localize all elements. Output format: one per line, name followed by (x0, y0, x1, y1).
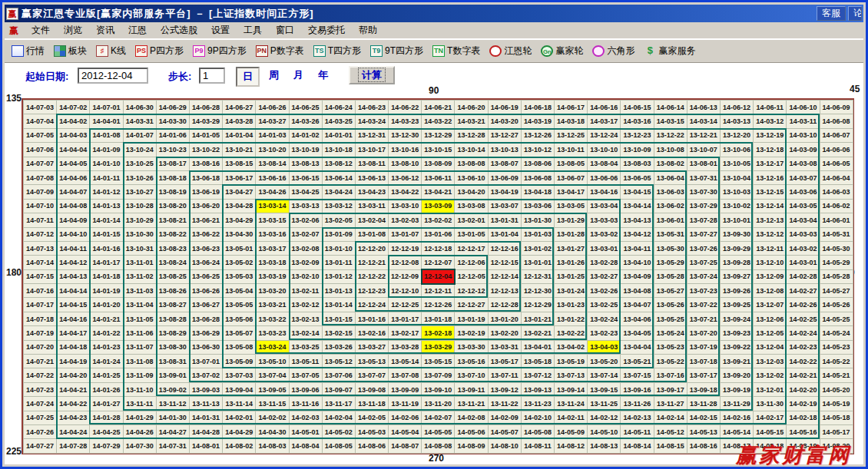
date-cell[interactable]: 12-12-29 (521, 298, 554, 312)
toolbar-button-hexagon[interactable]: 六角形 (588, 42, 640, 60)
date-cell[interactable]: 13-12-05 (754, 326, 787, 340)
date-cell[interactable]: 13-04-24 (322, 185, 355, 199)
date-cell[interactable]: 13-06-17 (223, 170, 256, 184)
date-cell[interactable]: 13-12-11 (754, 241, 787, 255)
date-cell[interactable]: 13-02-16 (355, 326, 388, 340)
date-cell[interactable]: 13-04-05 (621, 326, 654, 340)
date-cell[interactable]: 14-05-04 (389, 424, 422, 438)
menu-news[interactable]: 资讯 (89, 21, 121, 39)
date-cell[interactable]: 13-04-20 (455, 185, 488, 199)
date-cell[interactable]: 13-03-19 (256, 269, 289, 283)
date-cell[interactable]: 14-03-30 (156, 114, 189, 128)
date-cell[interactable]: 13-04-27 (223, 185, 256, 199)
date-cell[interactable]: 14-02-13 (621, 411, 654, 424)
date-cell[interactable]: 13-06-15 (289, 170, 322, 184)
date-cell[interactable]: 13-01-23 (555, 298, 588, 312)
date-cell[interactable]: 13-12-16 (754, 170, 787, 184)
date-cell[interactable]: 14-02-17 (754, 411, 787, 424)
date-cell[interactable]: 14-03-01 (787, 256, 820, 269)
date-cell[interactable]: 14-02-19 (787, 397, 820, 411)
date-cell[interactable]: 14-06-26 (256, 101, 289, 114)
date-cell[interactable]: 14-04-26 (123, 424, 156, 438)
date-cell[interactable]: 14-02-27 (787, 284, 820, 298)
date-cell[interactable]: 13-12-10 (754, 256, 787, 269)
date-cell[interactable]: 13-10-10 (588, 143, 621, 157)
date-cell[interactable]: 13-04-15 (621, 185, 654, 199)
date-cell[interactable]: 14-05-03 (355, 424, 388, 438)
date-cell[interactable]: 14-03-28 (223, 114, 256, 128)
date-cell[interactable]: 14-02-18 (787, 411, 820, 424)
date-cell[interactable]: 13-10-18 (322, 143, 355, 157)
date-cell[interactable]: 12-12-06 (455, 256, 488, 269)
date-cell[interactable]: 13-08-07 (488, 157, 521, 170)
date-cell[interactable]: 13-09-04 (223, 382, 256, 396)
date-cell[interactable]: 14-05-16 (787, 424, 820, 438)
date-cell[interactable]: 13-02-01 (455, 213, 488, 227)
date-cell[interactable]: 14-05-20 (820, 382, 853, 396)
date-cell[interactable]: 13-02-07 (289, 227, 322, 241)
date-cell[interactable]: 14-02-07 (422, 411, 455, 424)
date-cell[interactable]: 13-03-10 (389, 199, 422, 213)
date-cell[interactable]: 13-02-27 (588, 269, 621, 283)
toolbar-button-gann-wheel[interactable]: 江恩轮 (485, 42, 537, 60)
date-cell[interactable]: 13-12-18 (754, 143, 787, 157)
date-cell[interactable]: 14-03-29 (189, 114, 222, 128)
date-cell[interactable]: 13-09-30 (720, 227, 753, 241)
date-cell[interactable]: 13-03-08 (455, 199, 488, 213)
date-cell[interactable]: 13-06-08 (521, 170, 554, 184)
date-cell[interactable]: 13-09-26 (720, 284, 753, 298)
date-cell[interactable]: 14-04-14 (57, 284, 90, 298)
date-cell[interactable]: 14-04-05 (57, 157, 90, 170)
date-cell[interactable]: 14-06-05 (820, 157, 853, 170)
date-cell[interactable]: 14-03-15 (654, 114, 687, 128)
date-cell[interactable]: 13-06-21 (189, 213, 222, 227)
date-cell[interactable]: 13-06-03 (654, 185, 687, 199)
date-cell[interactable]: 14-07-26 (24, 424, 57, 438)
date-cell[interactable]: 13-05-01 (223, 241, 256, 255)
date-cell[interactable]: 13-05-28 (654, 269, 687, 283)
date-cell[interactable]: 14-06-27 (223, 101, 256, 114)
date-cell[interactable]: 14-01-11 (90, 170, 123, 184)
date-cell[interactable]: 14-07-14 (24, 256, 57, 269)
date-cell[interactable]: 14-04-22 (57, 397, 90, 411)
date-cell[interactable]: 13-05-15 (422, 355, 455, 368)
date-cell[interactable]: 13-04-08 (621, 284, 654, 298)
date-cell[interactable]: 13-06-05 (621, 170, 654, 184)
date-cell[interactable]: 14-05-27 (820, 284, 853, 298)
date-cell[interactable]: 13-03-18 (256, 256, 289, 269)
date-cell[interactable]: 14-04-23 (57, 411, 90, 424)
date-cell[interactable]: 14-07-25 (24, 411, 57, 424)
date-cell[interactable]: 12-12-19 (389, 241, 422, 255)
date-cell[interactable]: 14-04-20 (57, 368, 90, 382)
date-cell[interactable]: 13-04-30 (223, 227, 256, 241)
date-cell[interactable]: 12-12-12 (455, 284, 488, 298)
date-cell[interactable]: 14-07-19 (24, 326, 57, 340)
date-cell[interactable]: 14-05-13 (687, 424, 720, 438)
date-cell[interactable]: 13-11-09 (123, 368, 156, 382)
date-cell[interactable]: 14-05-26 (820, 298, 853, 312)
date-cell[interactable]: 14-06-22 (389, 101, 422, 114)
forum-button[interactable]: 论坛 (848, 6, 862, 21)
date-cell[interactable]: 14-05-01 (289, 424, 322, 438)
date-cell[interactable]: 13-02-26 (588, 284, 621, 298)
date-cell[interactable]: 12-12-17 (455, 241, 488, 255)
date-cell[interactable]: 14-05-23 (820, 340, 853, 354)
date-cell[interactable]: 13-12-01 (754, 382, 787, 396)
date-cell[interactable]: 13-07-05 (289, 368, 322, 382)
date-cell[interactable]: 14-01-16 (90, 241, 123, 255)
date-cell[interactable]: 13-10-21 (223, 143, 256, 157)
date-cell[interactable]: 13-11-29 (720, 397, 753, 411)
date-cell[interactable]: 14-04-10 (57, 227, 90, 241)
date-cell[interactable]: 13-10-29 (123, 213, 156, 227)
date-cell[interactable]: 14-01-26 (90, 382, 123, 396)
date-cell[interactable]: 13-09-17 (654, 382, 687, 396)
date-cell[interactable]: 14-02-04 (322, 411, 355, 424)
date-cell[interactable]: 13-07-01 (189, 355, 222, 368)
date-cell[interactable]: 14-06-13 (687, 101, 720, 114)
date-cell[interactable]: 13-10-23 (156, 143, 189, 157)
date-cell[interactable]: 14-06-01 (820, 213, 853, 227)
date-cell[interactable]: 13-12-20 (720, 128, 753, 142)
date-cell[interactable]: 13-11-12 (156, 397, 189, 411)
date-cell[interactable]: 14-05-06 (455, 424, 488, 438)
date-cell[interactable]: 13-08-14 (256, 157, 289, 170)
